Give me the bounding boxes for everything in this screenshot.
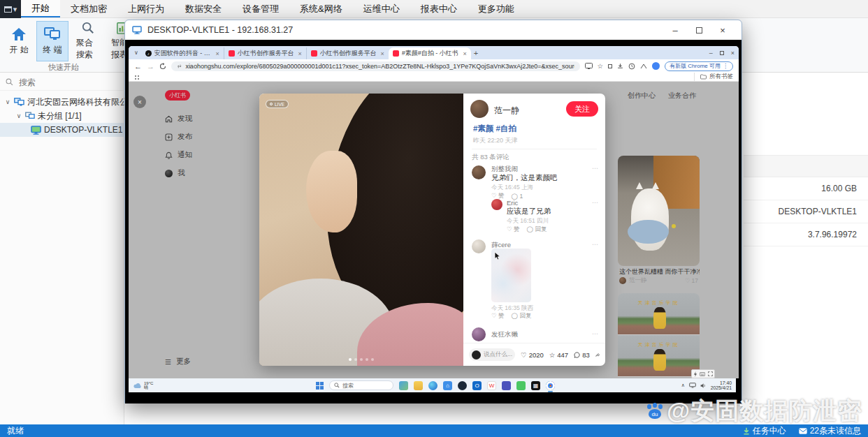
back-icon[interactable]: ← (134, 62, 142, 71)
nav-item-publish[interactable]: 发布 (165, 132, 192, 142)
new-tab-button[interactable]: + (474, 49, 478, 57)
speaker-icon[interactable] (700, 383, 707, 389)
photos-app-icon[interactable] (399, 381, 408, 390)
note-hashtags[interactable]: #素颜 #自拍 (473, 124, 516, 134)
ribbon-home-button[interactable]: 开 始 (4, 21, 34, 61)
xiaohongshu-logo[interactable]: 小红书 (165, 90, 190, 101)
chrome-icon[interactable] (546, 381, 555, 390)
comment-avatar[interactable] (472, 327, 486, 341)
campus-card-image[interactable]: 天津音乐学院 天津音乐学院 (618, 293, 700, 378)
comment-avatar[interactable] (472, 165, 486, 179)
close-button[interactable]: × (711, 22, 735, 38)
browser-tab-douyin[interactable]: ♪ 安固软件的抖音 - 抖音 × (141, 47, 224, 59)
tree-node-desktop-vlktle1[interactable]: DESKTOP-VLKTLE1 (0, 123, 124, 137)
like-action[interactable]: ♡ 赞 (507, 225, 520, 234)
card-author-name[interactable]: 范一静 (629, 276, 647, 285)
taskbar-clock[interactable]: 17:40 2025/4/21 (711, 380, 732, 391)
author-name[interactable]: 范一静 (494, 105, 519, 117)
nav-item-more[interactable]: ☰ 更多 (165, 357, 191, 366)
menu-item-more[interactable]: 更多功能 (468, 0, 525, 17)
ribbon-terminal-button[interactable]: 终 端 (36, 21, 68, 61)
browser-tab-xhs-creator-2[interactable]: 小红书创作服务平台 × (306, 47, 389, 59)
comment-more-icon[interactable]: ⋯ (592, 241, 598, 248)
nav-item-notifications[interactable]: 通知 (165, 150, 192, 160)
reply-action[interactable]: ◯ 回复 (527, 225, 547, 234)
profile-avatar-icon[interactable] (652, 62, 660, 70)
chrome-minimize-icon[interactable]: – (709, 50, 713, 57)
reload-icon[interactable] (159, 63, 166, 70)
device-status-icon[interactable] (689, 383, 696, 388)
reading-list-icon[interactable] (608, 64, 612, 68)
note-photo[interactable]: LIVE (259, 94, 463, 366)
carousel-dot[interactable] (360, 358, 363, 361)
performance-icon[interactable] (693, 371, 697, 377)
ribbon-search-button[interactable]: 聚合搜索 (71, 21, 105, 61)
author-avatar[interactable] (470, 100, 489, 118)
edge-icon[interactable] (428, 381, 437, 390)
tray-chevron-up-icon[interactable]: ∧ (681, 383, 685, 388)
dog-card-image[interactable] (618, 156, 700, 266)
nav-item-discover[interactable]: 发现 (165, 114, 192, 124)
wps-icon[interactable]: W (487, 381, 496, 390)
steam-icon[interactable] (458, 381, 467, 390)
nav-item-me[interactable]: 我 (165, 168, 185, 178)
file-explorer-icon[interactable] (414, 381, 423, 390)
menu-item-start[interactable]: 开始 (21, 0, 60, 17)
downloads-icon[interactable] (617, 63, 623, 69)
comment-avatar[interactable] (491, 199, 502, 210)
start-button[interactable] (316, 382, 324, 390)
share-icon[interactable] (595, 351, 600, 359)
tree-expander-icon[interactable]: ∨ (15, 112, 22, 119)
card-caption[interactable]: 这个世界乱糟糟 而你干干净净 (619, 267, 700, 276)
tab-search-chevron-icon[interactable]: ∨ (134, 50, 138, 56)
password-manager-icon[interactable] (640, 64, 647, 69)
forward-icon[interactable]: → (147, 62, 154, 71)
wechat-icon[interactable] (516, 381, 526, 390)
chrome-close-icon[interactable]: × (731, 50, 735, 57)
reply-action[interactable]: ◯ 回复 (512, 312, 532, 320)
outlook-icon[interactable]: O (472, 381, 482, 390)
tab-close-icon[interactable]: × (216, 50, 219, 57)
browser-tab-post-active[interactable]: #素颜#自拍 - 小红书 × (389, 47, 471, 59)
like-action[interactable]: ♡ 赞 (491, 312, 505, 320)
taskbar-weather-widget[interactable]: 19°C晴 (133, 381, 153, 390)
card-author-avatar[interactable] (619, 277, 626, 284)
tab-close-icon[interactable]: × (298, 50, 302, 57)
menu-item-device-mgmt[interactable]: 设备管理 (232, 0, 289, 17)
modal-close-button[interactable]: × (133, 96, 146, 108)
history-icon[interactable] (628, 63, 635, 70)
menu-item-data-security[interactable]: 数据安全 (175, 0, 232, 17)
comment-more-icon[interactable]: ⋯ (592, 165, 598, 172)
fullscreen-icon[interactable] (708, 371, 713, 376)
task-center-button[interactable]: 任务中心 (743, 425, 786, 437)
sidebar-search-input[interactable] (17, 77, 101, 88)
comment-more-icon[interactable]: ⋯ (592, 330, 598, 337)
menu-item-system-network[interactable]: 系统&网络 (289, 0, 353, 17)
comment-avatar[interactable] (472, 239, 486, 253)
carousel-dot[interactable] (354, 358, 357, 361)
minimize-button[interactable]: – (663, 22, 687, 38)
card-like-count[interactable]: ♡17 (685, 277, 698, 284)
carousel-dot[interactable] (366, 358, 368, 361)
menu-item-report-center[interactable]: 报表中心 (410, 0, 468, 17)
like-stat[interactable]: ♡2020 (521, 351, 544, 359)
teams-icon[interactable] (502, 381, 511, 390)
follow-button[interactable]: 关注 (566, 101, 598, 117)
remote-window-titlebar[interactable]: DESKTOP-VLKTLE1 - 192.168.31.27 – × (125, 20, 742, 40)
sidebar-search[interactable] (0, 74, 124, 91)
tree-expander-icon[interactable]: ∨ (4, 98, 11, 105)
maximize-button[interactable] (687, 22, 711, 38)
tab-close-icon[interactable]: × (463, 50, 467, 57)
store-icon[interactable]: ⌂ (443, 381, 452, 390)
comment-username[interactable]: 发狂水獭 (491, 330, 518, 339)
cast-icon[interactable] (585, 63, 593, 69)
all-bookmarks-button[interactable]: 所有书签 (694, 73, 733, 81)
comment-image[interactable] (491, 249, 531, 302)
app-window-menu-button[interactable]: ▾ (0, 0, 21, 18)
tab-close-icon[interactable]: × (381, 50, 384, 57)
tree-node-ungrouped[interactable]: ∨ 未分组 [1/1] (15, 109, 82, 123)
menu-item-doc-encrypt[interactable]: 文档加密 (60, 0, 117, 17)
menu-item-web-behavior[interactable]: 上网行为 (117, 0, 175, 17)
bookmark-star-icon[interactable]: ☆ (598, 62, 604, 70)
browser-tab-xhs-creator-1[interactable]: 小红书创作服务平台 × (224, 47, 306, 59)
